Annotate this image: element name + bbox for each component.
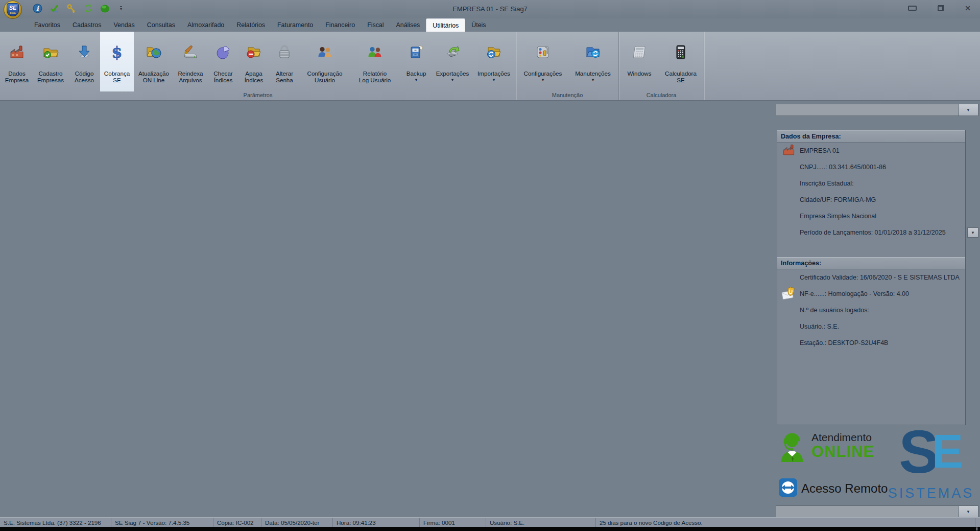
restore-button[interactable] <box>938 5 944 11</box>
button-label: Exportações <box>436 70 469 77</box>
status-codigo-acesso-warning: 25 dias para o novo Código de Acesso. <box>596 518 975 527</box>
tab-consultas[interactable]: Consultas <box>141 18 181 32</box>
ribbon-button-calculadora-se[interactable]: Calculadora SE <box>659 32 703 91</box>
acesso-remoto-logo[interactable]: Acesso Remoto <box>779 478 888 499</box>
ribbon-group-manutencao: Configurações ▾ Manutenções ▾ Manutenção <box>516 32 619 100</box>
tab-vendas[interactable]: Vendas <box>107 18 140 32</box>
online-label: ONLINE <box>811 444 874 460</box>
company-row-periodo: Período de Lançamentos: 01/01/2018 a 31/… <box>777 224 965 241</box>
button-label: Manutenções <box>575 70 611 77</box>
tab-favoritos[interactable]: Favoritos <box>28 18 66 32</box>
tab-uteis[interactable]: Úteis <box>465 18 492 32</box>
svg-text:$: $ <box>112 44 123 60</box>
tab-cadastros[interactable]: Cadastros <box>66 18 107 32</box>
button-label: Índices <box>214 77 233 83</box>
ribbon-button-importacoes[interactable]: Importações ▾ <box>473 32 515 91</box>
button-label: Importações <box>477 70 510 77</box>
bottom-combobox[interactable]: ▼ <box>776 505 978 518</box>
tab-almoxarifado[interactable]: Almoxarifado <box>181 18 230 32</box>
ribbon-button-dados-empresa[interactable]: Dados Empresa <box>1 32 33 91</box>
ribbon-button-atualizacao-online[interactable]: Atualização ON Line <box>134 32 174 91</box>
calculator-gray-icon <box>631 44 648 60</box>
dropdown-arrow-icon: ▾ <box>592 78 594 82</box>
two-users-icon <box>317 44 333 60</box>
company-cnpj: CNPJ.....: 03.341.645/0001-86 <box>800 164 886 171</box>
ribbon-button-relatorio-log-usuario[interactable]: Relatório Log Usuário <box>349 32 400 91</box>
bottom-combobox-value[interactable] <box>776 506 958 517</box>
status-firma: Firma: 0001 <box>420 518 486 527</box>
brush-drive-icon <box>182 44 199 60</box>
ribbon-button-apaga-indices[interactable]: Apaga Índices <box>239 32 269 91</box>
tab-relatorios[interactable]: Relatórios <box>230 18 271 32</box>
button-label: Empresas <box>37 77 64 83</box>
ribbon-button-cobranca-se[interactable]: $ Cobrança SE <box>100 32 134 91</box>
info-row-usuario: Usuário.: S.E. <box>777 318 965 335</box>
button-label: Relatório <box>363 70 387 77</box>
tab-analises[interactable]: Análises <box>390 18 426 32</box>
status-data: Data: 05/05/2020-ter <box>261 518 333 527</box>
ribbon-group-parametros: Dados Empresa Cadastro Empresas Código A… <box>0 32 516 100</box>
tab-faturamento[interactable]: Faturamento <box>271 18 319 32</box>
company-row-inscricao: Inscrição Estadual: <box>777 175 965 192</box>
info-certificado: Certificado Validade: 16/06/2020 - S E S… <box>800 274 960 281</box>
ribbon-button-manutencoes[interactable]: Manutenções ▾ <box>568 32 617 91</box>
panel-scroll-arrow-button[interactable]: ▼ <box>967 227 978 238</box>
minimize-button[interactable] <box>908 6 917 11</box>
tab-fiscal[interactable]: Fiscal <box>361 18 390 32</box>
ribbon-button-configuracao-usuario[interactable]: Configuração Usuário <box>300 32 349 91</box>
backup-cabinet-icon <box>408 44 424 60</box>
resize-grip[interactable] <box>976 527 977 530</box>
button-label: Backup <box>407 70 426 77</box>
button-label: Dados <box>8 70 26 77</box>
ribbon-button-exportacoes[interactable]: Exportações ▾ <box>432 32 473 91</box>
chevron-down-icon: ▼ <box>966 108 970 112</box>
combo-dropdown-button[interactable]: ▼ <box>958 104 978 116</box>
button-label: Alterar <box>276 70 293 77</box>
padlock-icon <box>276 44 293 60</box>
top-combobox-value[interactable] <box>776 104 958 116</box>
tab-utilitarios[interactable]: Utilitários <box>426 18 465 32</box>
ribbon-button-alterar-senha[interactable]: Alterar Senha <box>269 32 300 91</box>
button-label: Windows <box>627 70 651 77</box>
pie-chart-icon <box>215 44 231 60</box>
tab-financeiro[interactable]: Financeiro <box>319 18 361 32</box>
button-label: Empresa <box>5 77 29 83</box>
status-version: SE Siag 7 - Versão: 7.4.5.35 <box>111 518 213 527</box>
close-button[interactable]: ✕ <box>965 5 971 12</box>
button-label: Acesso <box>75 77 94 83</box>
top-combobox[interactable]: ▼ <box>776 104 978 116</box>
button-label: Arquivos <box>179 77 202 83</box>
ribbon-button-cadastro-empresas[interactable]: Cadastro Empresas <box>33 32 68 91</box>
info-row-certificado: Certificado Validade: 16/06/2020 - S E S… <box>777 269 965 286</box>
button-label: SE <box>677 77 684 83</box>
atendimento-online-logo[interactable]: Atendimento ONLINE <box>779 431 874 465</box>
info-usuario: Usuário.: S.E. <box>800 323 839 330</box>
button-label: Apaga <box>245 70 262 77</box>
dropdown-arrow-icon: ▾ <box>451 78 454 82</box>
combo-dropdown-button[interactable]: ▼ <box>958 506 978 517</box>
company-row-regime: Empresa Simples Nacional <box>777 208 965 224</box>
info-row-estacao: Estação.: DESKTOP-S2U4F4B <box>777 335 965 351</box>
folder-sync-blue-icon <box>585 44 601 60</box>
ribbon-button-calculadora-windows[interactable]: Windows <box>620 32 659 91</box>
chevron-down-icon: ▼ <box>966 510 970 514</box>
ribbon-button-checar-indices[interactable]: Checar Índices <box>207 32 239 91</box>
ribbon-button-reindexa-arquivos[interactable]: Reindexa Arquivos <box>174 32 207 91</box>
company-inscricao: Inscrição Estadual: <box>800 180 854 187</box>
control-panel-icon <box>535 44 551 60</box>
button-label: Configuração <box>307 70 343 77</box>
ribbon-button-backup[interactable]: Backup ▾ <box>400 32 432 91</box>
factory-icon <box>9 44 25 60</box>
window-title: EMPRESA 01 - SE Siag7 <box>0 5 980 13</box>
button-label: Cobrança <box>104 70 130 77</box>
info-usuarios-logados: N.º de usuários logados: <box>800 307 869 314</box>
ribbon-utilitarios: Dados Empresa Cadastro Empresas Código A… <box>0 32 980 101</box>
ribbon-button-codigo-acesso[interactable]: Código Acesso <box>68 32 100 91</box>
status-copia: Cópia: IC-002 <box>213 518 261 527</box>
ribbon-button-configuracoes[interactable]: Configurações ▾ <box>517 32 568 91</box>
ribbon-group-label: Calculadora <box>620 91 703 100</box>
folder-globe-icon <box>146 44 162 60</box>
button-label: ON Line <box>143 77 165 83</box>
company-regime: Empresa Simples Nacional <box>800 213 876 220</box>
info-nfe: NF-e......: Homologação - Versão: 4.00 <box>800 290 909 297</box>
